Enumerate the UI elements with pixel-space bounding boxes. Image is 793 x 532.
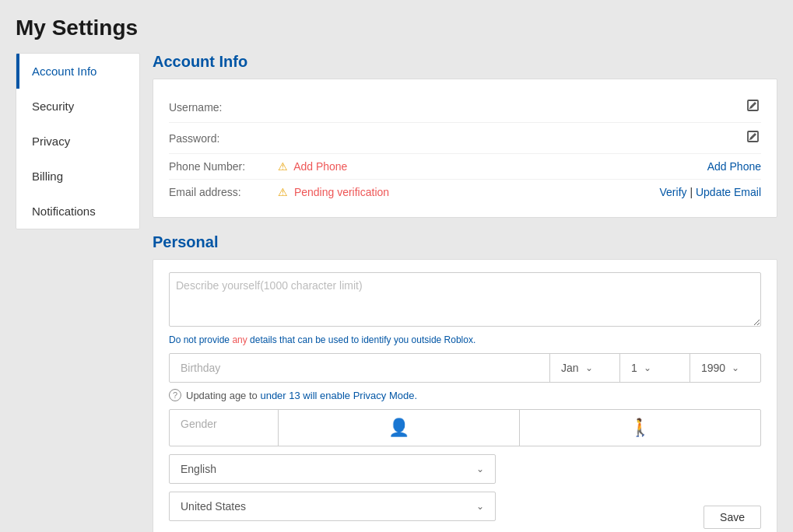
save-button[interactable]: Save xyxy=(704,506,761,529)
birthday-day-chevron: ⌄ xyxy=(644,362,651,373)
language-chevron-icon: ⌄ xyxy=(476,464,484,474)
email-row: Email address: ⚠ Pending verification Ve… xyxy=(169,180,761,205)
birthday-month-select[interactable]: Jan ⌄ xyxy=(550,354,620,382)
age-warning-link[interactable]: under 13 will enable Privacy Mode. xyxy=(260,390,417,401)
add-phone-link[interactable]: Add Phone xyxy=(293,160,347,173)
country-select[interactable]: United States ⌄ xyxy=(169,492,496,521)
password-row: Password: xyxy=(169,123,761,154)
bio-warning-text: Do not provide any details that can be u… xyxy=(169,334,761,345)
language-value: English xyxy=(181,463,216,475)
username-row: Username: xyxy=(169,92,761,123)
country-chevron-icon: ⌄ xyxy=(476,501,484,512)
account-info-title: Account Info xyxy=(153,53,777,71)
phone-label: Phone Number: xyxy=(169,160,278,173)
personal-card: Do not provide any details that can be u… xyxy=(153,259,777,532)
bio-warning-after: details that can be used to identify you… xyxy=(250,334,475,345)
personal-title: Personal xyxy=(153,233,777,251)
bio-warning-any: any xyxy=(232,334,247,345)
birthday-year-select[interactable]: 1990 ⌄ xyxy=(690,354,760,382)
phone-value: ⚠ Add Phone xyxy=(278,160,707,173)
sidebar: Account Info Security Privacy Billing No… xyxy=(16,53,140,229)
age-warning-text: Updating age to under 13 will enable Pri… xyxy=(186,390,417,401)
country-value: United States xyxy=(181,500,246,513)
email-actions: Verify | Update Email xyxy=(660,186,761,198)
birthday-label: Birthday xyxy=(170,354,550,382)
gender-female-option[interactable]: 🚶 xyxy=(520,410,760,446)
save-row: Save xyxy=(704,506,761,529)
age-warning-row: ? Updating age to under 13 will enable P… xyxy=(169,389,761,401)
gender-male-option[interactable]: 👤 xyxy=(279,410,520,446)
email-warning-icon: ⚠ xyxy=(278,186,288,198)
password-edit-icon[interactable] xyxy=(746,129,761,147)
female-icon: 🚶 xyxy=(630,418,651,438)
main-content: Account Info Username: Password: xyxy=(153,53,777,532)
gender-label: Gender xyxy=(170,410,279,446)
phone-row: Phone Number: ⚠ Add Phone Add Phone xyxy=(169,154,761,180)
phone-add-action[interactable]: Add Phone xyxy=(707,160,761,173)
page-title: My Settings xyxy=(16,16,777,40)
verify-email-link[interactable]: Verify xyxy=(660,186,687,198)
account-info-card: Username: Password: xyxy=(153,79,777,218)
bio-textarea[interactable] xyxy=(169,272,761,327)
pending-verification-text: Pending verification xyxy=(294,186,389,198)
update-email-link[interactable]: Update Email xyxy=(696,186,761,198)
email-action-separator: | xyxy=(689,186,696,198)
birthday-year-chevron: ⌄ xyxy=(732,362,739,373)
sidebar-item-security[interactable]: Security xyxy=(16,89,139,124)
age-warning-icon: ? xyxy=(169,389,181,401)
birthday-row: Birthday Jan ⌄ 1 ⌄ 1990 ⌄ xyxy=(169,353,761,383)
sidebar-item-account-info[interactable]: Account Info xyxy=(16,54,139,89)
email-label: Email address: xyxy=(169,186,278,198)
sidebar-item-billing[interactable]: Billing xyxy=(16,159,139,194)
male-icon: 👤 xyxy=(388,418,409,438)
language-select[interactable]: English ⌄ xyxy=(169,454,496,484)
birthday-day-select[interactable]: 1 ⌄ xyxy=(620,354,690,382)
bio-warning-before: Do not provide xyxy=(169,334,230,345)
phone-warning-icon: ⚠ xyxy=(278,160,288,173)
password-label: Password: xyxy=(169,132,278,145)
birthday-month-chevron: ⌄ xyxy=(585,362,593,373)
email-value: ⚠ Pending verification xyxy=(278,186,660,198)
username-label: Username: xyxy=(169,101,278,114)
gender-row: Gender 👤 🚶 xyxy=(169,409,761,446)
username-edit-icon[interactable] xyxy=(746,98,761,116)
sidebar-item-notifications[interactable]: Notifications xyxy=(16,194,139,229)
sidebar-item-privacy[interactable]: Privacy xyxy=(16,124,139,159)
